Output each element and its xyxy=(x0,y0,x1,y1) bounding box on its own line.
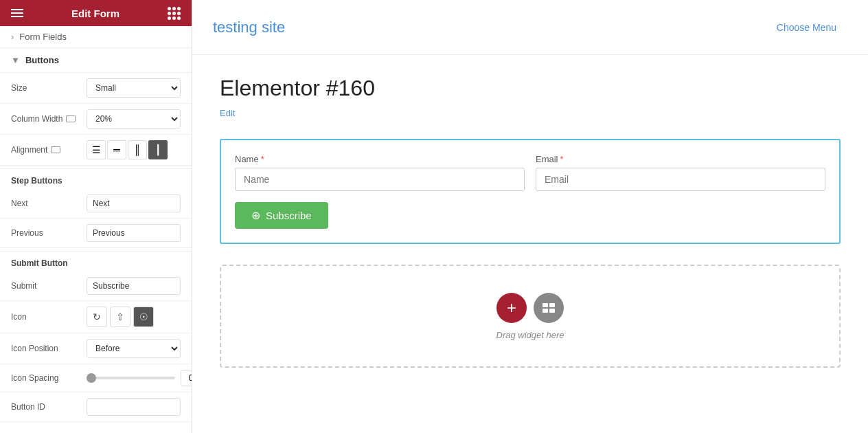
previous-control: Previous xyxy=(0,219,192,248)
form-fields-label: Form Fields xyxy=(19,32,67,42)
content-area: Elementor #160 Edit Name * Email * xyxy=(192,55,868,433)
email-field: Email * xyxy=(536,154,825,191)
next-control: Next xyxy=(0,189,192,219)
subscribe-button-label: Subscribe xyxy=(266,210,312,221)
alignment-buttons: ☰ ═ ║ ┃ xyxy=(87,140,181,159)
next-value xyxy=(87,195,181,212)
subscribe-button[interactable]: ⊕ Subscribe xyxy=(235,202,328,229)
edit-link[interactable]: Edit xyxy=(220,108,235,118)
next-label: Next xyxy=(11,199,87,208)
align-right-btn[interactable]: ║ xyxy=(128,140,147,159)
align-justify-btn[interactable]: ┃ xyxy=(148,140,168,159)
buttons-label: Buttons xyxy=(25,55,59,65)
name-required-star: * xyxy=(261,154,264,164)
column-width-label: Column Width xyxy=(11,114,87,124)
email-field-label: Email * xyxy=(536,154,825,164)
icon-spacing-label: Icon Spacing xyxy=(11,373,87,383)
next-input[interactable] xyxy=(87,195,181,212)
icon-buttons: ↻ ⇧ ☉ xyxy=(87,307,181,327)
icon-upload-btn[interactable]: ⇧ xyxy=(110,307,130,327)
name-field: Name * xyxy=(235,154,525,191)
top-bar: testing site Choose Menu xyxy=(192,0,868,55)
step-buttons-section-title: Step Buttons xyxy=(0,168,192,189)
choose-menu-button[interactable]: Choose Menu xyxy=(766,16,847,38)
icon-position-select[interactable]: Before After xyxy=(87,339,181,358)
buttons-header[interactable]: ▼ Buttons xyxy=(0,48,192,73)
button-id-control: Button ID xyxy=(0,392,192,422)
email-required-star: * xyxy=(560,154,564,164)
form-fields-row: Name * Email * xyxy=(235,154,825,191)
name-input[interactable] xyxy=(235,168,525,191)
column-width-icon xyxy=(66,115,76,122)
size-label: Size xyxy=(11,83,87,93)
form-fields-chevron: › xyxy=(11,32,14,42)
previous-label: Previous xyxy=(11,228,87,238)
form-fields-item[interactable]: › Form Fields xyxy=(0,26,192,48)
sidebar-header: Edit Form xyxy=(0,0,192,26)
alignment-label: Alignment xyxy=(11,145,87,155)
sidebar-title: Edit Form xyxy=(71,8,119,19)
alignment-control: Alignment ☰ ═ ║ ┃ xyxy=(0,135,192,166)
button-id-value xyxy=(87,398,181,416)
icon-reset-btn[interactable]: ↻ xyxy=(87,307,107,327)
icon-spacing-control: Icon Spacing xyxy=(0,364,192,392)
submit-label: Submit xyxy=(11,281,87,291)
size-select[interactable]: Small Medium Large xyxy=(87,78,181,98)
button-id-input[interactable] xyxy=(87,398,181,416)
icon-spacing-value xyxy=(87,370,192,386)
sidebar: Edit Form › Form Fields ▼ Buttons Size S… xyxy=(0,0,192,433)
icon-label: Icon xyxy=(11,312,87,322)
layout-button[interactable] xyxy=(534,293,564,323)
icon-position-control: Icon Position Before After xyxy=(0,333,192,364)
icon-position-value: Before After xyxy=(87,339,181,358)
name-field-label: Name * xyxy=(235,154,525,164)
icon-spacing-number-input[interactable] xyxy=(181,370,192,386)
main-content: testing site Choose Menu Elementor #160 … xyxy=(192,0,868,433)
email-input[interactable] xyxy=(536,168,825,191)
previous-input[interactable] xyxy=(87,224,181,242)
align-center-btn[interactable]: ═ xyxy=(107,140,126,159)
drag-widget-text: Drag widget here xyxy=(496,330,564,340)
submit-control: Submit xyxy=(0,271,192,301)
buttons-chevron: ▼ xyxy=(11,55,20,65)
icon-circle-btn[interactable]: ☉ xyxy=(133,307,154,327)
layout-icon xyxy=(542,303,555,313)
drag-widget-area: + Drag widget here xyxy=(220,265,841,368)
hamburger-icon[interactable] xyxy=(11,9,23,17)
subscribe-icon: ⊕ xyxy=(251,209,260,222)
form-container: Name * Email * ⊕ Subscribe xyxy=(220,139,841,244)
submit-button-section-title: Submit Button xyxy=(0,251,192,271)
column-width-control: Column Width 20% 25% 33% 50% 66% 75% 100… xyxy=(0,104,192,135)
page-title: Elementor #160 xyxy=(220,76,841,101)
drag-widget-buttons: + xyxy=(496,293,564,323)
alignment-value: ☰ ═ ║ ┃ xyxy=(87,140,181,159)
site-title: testing site xyxy=(213,19,285,36)
grid-icon[interactable] xyxy=(168,7,181,20)
submit-value xyxy=(87,277,181,295)
add-widget-button[interactable]: + xyxy=(496,293,527,323)
icon-spacing-slider[interactable] xyxy=(87,377,175,379)
alignment-icon xyxy=(51,146,60,153)
icon-spacing-slider-row xyxy=(87,370,192,386)
submit-input[interactable] xyxy=(87,277,181,295)
icon-control: Icon ↻ ⇧ ☉ xyxy=(0,301,192,333)
icon-position-label: Icon Position xyxy=(11,344,87,353)
column-width-value: 20% 25% 33% 50% 66% 75% 100% xyxy=(87,109,181,129)
previous-value xyxy=(87,224,181,242)
column-width-select[interactable]: 20% 25% 33% 50% 66% 75% 100% xyxy=(87,109,181,129)
button-id-label: Button ID xyxy=(11,402,87,412)
size-value: Small Medium Large xyxy=(87,78,181,98)
buttons-section: ▼ Buttons Size Small Medium Large Column… xyxy=(0,48,192,422)
size-control: Size Small Medium Large xyxy=(0,73,192,104)
align-left-btn[interactable]: ☰ xyxy=(87,140,106,159)
icon-buttons-group: ↻ ⇧ ☉ xyxy=(87,307,181,327)
